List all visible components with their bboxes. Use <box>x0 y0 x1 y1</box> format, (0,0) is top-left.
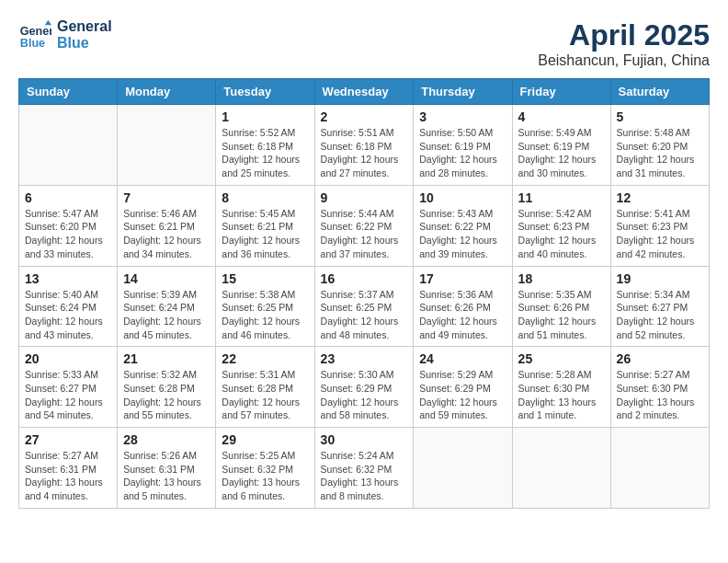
calendar-cell: 24Sunrise: 5:29 AMSunset: 6:29 PMDayligh… <box>414 347 512 428</box>
cell-info: Sunrise: 5:26 AMSunset: 6:31 PMDaylight:… <box>123 449 210 503</box>
calendar-cell: 1Sunrise: 5:52 AMSunset: 6:18 PMDaylight… <box>216 105 314 186</box>
weekday-header-thursday: Thursday <box>414 79 512 105</box>
cell-info: Sunrise: 5:31 AMSunset: 6:28 PMDaylight:… <box>222 368 308 422</box>
calendar-cell: 26Sunrise: 5:27 AMSunset: 6:30 PMDayligh… <box>610 347 709 428</box>
cell-info: Sunrise: 5:44 AMSunset: 6:22 PMDaylight:… <box>321 207 408 261</box>
day-number: 1 <box>222 109 308 124</box>
calendar-cell: 7Sunrise: 5:46 AMSunset: 6:21 PMDaylight… <box>118 185 216 266</box>
cell-info: Sunrise: 5:43 AMSunset: 6:22 PMDaylight:… <box>419 207 506 261</box>
day-number: 7 <box>123 190 210 205</box>
cell-info: Sunrise: 5:51 AMSunset: 6:18 PMDaylight:… <box>321 126 408 180</box>
day-number: 15 <box>222 271 308 286</box>
day-number: 18 <box>518 271 605 286</box>
calendar-cell: 9Sunrise: 5:44 AMSunset: 6:22 PMDaylight… <box>314 185 414 266</box>
cell-info: Sunrise: 5:27 AMSunset: 6:31 PMDaylight:… <box>25 449 111 503</box>
calendar-cell: 20Sunrise: 5:33 AMSunset: 6:27 PMDayligh… <box>19 347 118 428</box>
calendar-cell: 30Sunrise: 5:24 AMSunset: 6:32 PMDayligh… <box>314 428 414 509</box>
location-title: Beishancun, Fujian, China <box>538 52 710 69</box>
day-number: 21 <box>123 351 210 366</box>
cell-info: Sunrise: 5:24 AMSunset: 6:32 PMDaylight:… <box>321 449 408 503</box>
cell-info: Sunrise: 5:42 AMSunset: 6:23 PMDaylight:… <box>518 207 605 261</box>
calendar-week-row: 6Sunrise: 5:47 AMSunset: 6:20 PMDaylight… <box>19 185 710 266</box>
calendar-cell: 13Sunrise: 5:40 AMSunset: 6:24 PMDayligh… <box>19 266 118 347</box>
calendar-week-row: 13Sunrise: 5:40 AMSunset: 6:24 PMDayligh… <box>19 266 710 347</box>
calendar-cell: 5Sunrise: 5:48 AMSunset: 6:20 PMDaylight… <box>610 105 709 186</box>
weekday-header-monday: Monday <box>118 79 216 105</box>
day-number: 12 <box>617 190 703 205</box>
cell-info: Sunrise: 5:52 AMSunset: 6:18 PMDaylight:… <box>222 126 308 180</box>
calendar-cell: 21Sunrise: 5:32 AMSunset: 6:28 PMDayligh… <box>118 347 216 428</box>
day-number: 28 <box>123 432 210 447</box>
weekday-header-sunday: Sunday <box>19 79 118 105</box>
calendar-cell: 12Sunrise: 5:41 AMSunset: 6:23 PMDayligh… <box>610 185 709 266</box>
day-number: 6 <box>25 190 111 205</box>
cell-info: Sunrise: 5:32 AMSunset: 6:28 PMDaylight:… <box>123 368 210 422</box>
cell-info: Sunrise: 5:39 AMSunset: 6:24 PMDaylight:… <box>123 288 210 342</box>
cell-info: Sunrise: 5:40 AMSunset: 6:24 PMDaylight:… <box>25 288 111 342</box>
calendar-cell: 18Sunrise: 5:35 AMSunset: 6:26 PMDayligh… <box>512 266 610 347</box>
logo-icon: General Blue <box>18 18 51 52</box>
cell-info: Sunrise: 5:41 AMSunset: 6:23 PMDaylight:… <box>617 207 703 261</box>
day-number: 5 <box>617 109 703 124</box>
day-number: 20 <box>25 351 111 366</box>
calendar-week-row: 27Sunrise: 5:27 AMSunset: 6:31 PMDayligh… <box>19 428 710 509</box>
weekday-header-tuesday: Tuesday <box>216 79 314 105</box>
calendar-cell <box>118 105 216 186</box>
calendar-cell: 6Sunrise: 5:47 AMSunset: 6:20 PMDaylight… <box>19 185 118 266</box>
calendar-cell: 29Sunrise: 5:25 AMSunset: 6:32 PMDayligh… <box>216 428 314 509</box>
calendar-cell: 19Sunrise: 5:34 AMSunset: 6:27 PMDayligh… <box>610 266 709 347</box>
day-number: 22 <box>222 351 308 366</box>
cell-info: Sunrise: 5:45 AMSunset: 6:21 PMDaylight:… <box>222 207 308 261</box>
calendar-cell <box>414 428 512 509</box>
cell-info: Sunrise: 5:50 AMSunset: 6:19 PMDaylight:… <box>419 126 506 180</box>
weekday-header-friday: Friday <box>512 79 610 105</box>
cell-info: Sunrise: 5:48 AMSunset: 6:20 PMDaylight:… <box>617 126 703 180</box>
day-number: 9 <box>321 190 408 205</box>
day-number: 19 <box>617 271 703 286</box>
calendar-cell: 22Sunrise: 5:31 AMSunset: 6:28 PMDayligh… <box>216 347 314 428</box>
day-number: 3 <box>419 109 506 124</box>
day-number: 8 <box>222 190 308 205</box>
cell-info: Sunrise: 5:33 AMSunset: 6:27 PMDaylight:… <box>25 368 111 422</box>
month-title: April 2025 <box>538 18 710 52</box>
day-number: 24 <box>419 351 506 366</box>
cell-info: Sunrise: 5:36 AMSunset: 6:26 PMDaylight:… <box>419 288 506 342</box>
cell-info: Sunrise: 5:47 AMSunset: 6:20 PMDaylight:… <box>25 207 111 261</box>
calendar-cell: 3Sunrise: 5:50 AMSunset: 6:19 PMDaylight… <box>414 105 512 186</box>
day-number: 14 <box>123 271 210 286</box>
calendar-cell: 15Sunrise: 5:38 AMSunset: 6:25 PMDayligh… <box>216 266 314 347</box>
calendar-cell <box>610 428 709 509</box>
cell-info: Sunrise: 5:37 AMSunset: 6:25 PMDaylight:… <box>321 288 408 342</box>
cell-info: Sunrise: 5:29 AMSunset: 6:29 PMDaylight:… <box>419 368 506 422</box>
day-number: 30 <box>321 432 408 447</box>
calendar-cell: 27Sunrise: 5:27 AMSunset: 6:31 PMDayligh… <box>19 428 118 509</box>
day-number: 26 <box>617 351 703 366</box>
cell-info: Sunrise: 5:27 AMSunset: 6:30 PMDaylight:… <box>617 368 703 422</box>
calendar-week-row: 1Sunrise: 5:52 AMSunset: 6:18 PMDaylight… <box>19 105 710 186</box>
day-number: 11 <box>518 190 605 205</box>
day-number: 25 <box>518 351 605 366</box>
calendar-cell: 14Sunrise: 5:39 AMSunset: 6:24 PMDayligh… <box>118 266 216 347</box>
logo: General Blue General Blue <box>18 18 112 52</box>
day-number: 4 <box>518 109 605 124</box>
day-number: 2 <box>321 109 408 124</box>
calendar-cell: 4Sunrise: 5:49 AMSunset: 6:19 PMDaylight… <box>512 105 610 186</box>
cell-info: Sunrise: 5:34 AMSunset: 6:27 PMDaylight:… <box>617 288 703 342</box>
cell-info: Sunrise: 5:25 AMSunset: 6:32 PMDaylight:… <box>222 449 308 503</box>
cell-info: Sunrise: 5:28 AMSunset: 6:30 PMDaylight:… <box>518 368 605 422</box>
calendar-cell <box>512 428 610 509</box>
day-number: 23 <box>321 351 408 366</box>
calendar-cell: 11Sunrise: 5:42 AMSunset: 6:23 PMDayligh… <box>512 185 610 266</box>
svg-marker-2 <box>45 20 51 25</box>
cell-info: Sunrise: 5:46 AMSunset: 6:21 PMDaylight:… <box>123 207 210 261</box>
weekday-header-saturday: Saturday <box>610 79 709 105</box>
cell-info: Sunrise: 5:49 AMSunset: 6:19 PMDaylight:… <box>518 126 605 180</box>
title-area: April 2025 Beishancun, Fujian, China <box>538 18 710 69</box>
calendar-cell: 10Sunrise: 5:43 AMSunset: 6:22 PMDayligh… <box>414 185 512 266</box>
day-number: 27 <box>25 432 111 447</box>
cell-info: Sunrise: 5:38 AMSunset: 6:25 PMDaylight:… <box>222 288 308 342</box>
calendar-cell: 28Sunrise: 5:26 AMSunset: 6:31 PMDayligh… <box>118 428 216 509</box>
header: General Blue General Blue April 2025 Bei… <box>18 18 710 69</box>
cell-info: Sunrise: 5:30 AMSunset: 6:29 PMDaylight:… <box>321 368 408 422</box>
calendar-cell: 23Sunrise: 5:30 AMSunset: 6:29 PMDayligh… <box>314 347 414 428</box>
